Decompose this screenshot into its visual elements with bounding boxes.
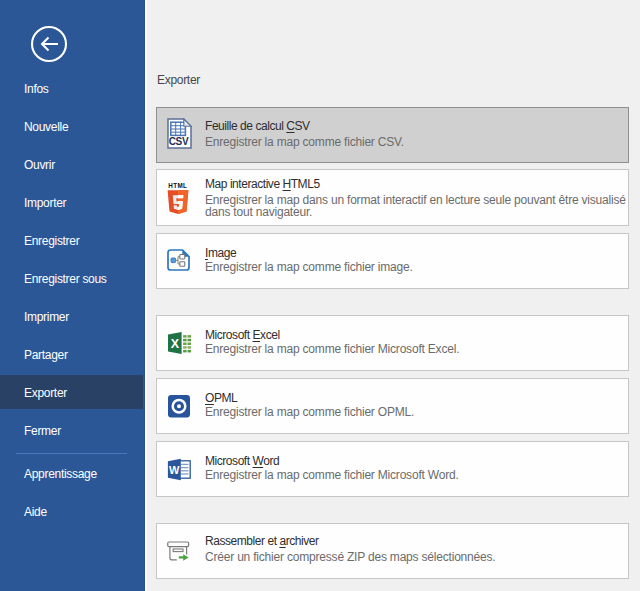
svg-text:HTML: HTML (168, 182, 187, 189)
svg-text:W: W (169, 464, 180, 476)
svg-text:CSV: CSV (169, 136, 189, 147)
svg-text:X: X (171, 337, 180, 351)
